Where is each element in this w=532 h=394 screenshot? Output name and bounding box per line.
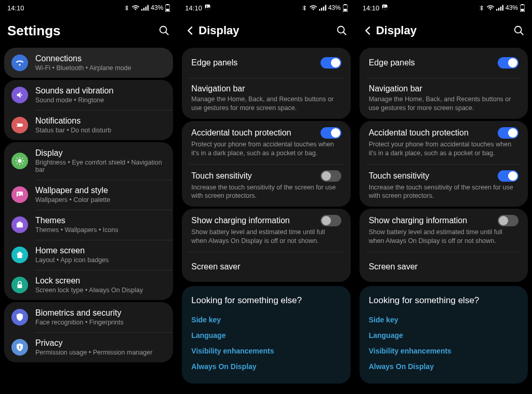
row-sub: Manage the Home, Back, and Recents butto… [191,95,341,113]
row-label: Wallpaper and style [35,186,166,195]
svg-rect-39 [496,9,497,10]
signal-icon [141,5,149,11]
settings-group: DisplayBrightness • Eye comfort shield •… [4,142,173,300]
toggle-switch[interactable] [498,170,518,182]
settings-row-display[interactable]: DisplayBrightness • Eye comfort shield •… [4,142,173,180]
battery-icon [165,4,170,12]
signal-icon [496,5,503,11]
lookfor-title: Looking for something else? [369,295,518,306]
toggle-switch[interactable] [321,57,341,69]
lookfor-link[interactable]: Always On Display [369,359,518,374]
row-screen-saver[interactable]: Screen saver [360,252,528,282]
row-accidental-touch[interactable]: Accidental touch protectionProtect your … [182,121,350,164]
row-label: Home screen [35,246,166,255]
svg-rect-22 [18,222,21,223]
row-icon [11,339,28,356]
toggle-switch[interactable] [498,57,518,69]
svg-rect-23 [18,284,22,289]
row-label: Navigation bar [369,84,518,93]
settings-row-biometrics-and-security[interactable]: Biometrics and securityFace recognition … [4,302,173,332]
wifi-icon [487,4,494,11]
svg-point-46 [515,26,522,33]
row-label: Biometrics and security [35,308,166,318]
toggle-switch[interactable] [321,127,341,139]
phone-display-1: 14:10 43%DisplayEdge panelsNavigation ba… [177,0,354,394]
settings-row-privacy[interactable]: PrivacyPermission usage • Permission man… [4,332,173,362]
svg-rect-30 [323,7,324,11]
row-screen-saver[interactable]: Screen saver [182,252,350,282]
settings-row-sounds-and-vibration[interactable]: Sounds and vibrationSound mode • Rington… [4,80,173,110]
row-accidental-touch[interactable]: Accidental touch protectionProtect your … [360,121,528,164]
row-sub: Layout • App icon badges [35,256,166,264]
row-icon [11,186,28,203]
clock: 14:10 [363,4,380,12]
row-touch-sensitivity[interactable]: Touch sensitivityIncrease the touch sens… [360,164,528,207]
row-icon [11,216,28,233]
row-navigation-bar[interactable]: Navigation barManage the Home, Back, and… [360,78,528,119]
battery-icon [343,4,348,12]
search-icon[interactable] [512,25,525,36]
svg-rect-41 [500,7,501,11]
row-edge-panels[interactable]: Edge panels [182,48,350,78]
settings-row-connections[interactable]: ConnectionsWi-Fi • Bluetooth • Airplane … [4,48,173,78]
lookfor-link[interactable]: Side key [191,312,341,328]
svg-rect-1 [143,8,144,10]
row-sub: Manage the Home, Back, and Recents butto… [369,95,518,113]
row-label: Sounds and vibration [35,86,166,96]
row-edge-panels[interactable]: Edge panels [360,48,528,78]
back-icon[interactable] [363,25,376,36]
row-label: Screen saver [369,262,518,271]
svg-point-38 [383,6,384,7]
header: Settings [0,16,177,46]
row-icon [11,55,28,71]
lookfor-link[interactable]: Language [191,328,341,343]
row-label: Edge panels [191,58,320,67]
settings-row-home-screen[interactable]: Home screenLayout • App icon badges [4,240,173,270]
lookfor-link[interactable]: Always On Display [191,359,341,374]
display-group-2: Accidental touch protectionProtect your … [360,121,528,207]
row-charging-info[interactable]: Show charging informationShow battery le… [360,209,528,252]
back-icon[interactable] [185,25,198,36]
row-label: Lock screen [35,276,166,286]
lookfor-link[interactable]: Language [369,328,518,343]
lookfor-link[interactable]: Visibility enhancements [191,343,341,359]
settings-row-wallpaper-and-style[interactable]: Wallpaper and styleWallpapers • Color pa… [4,180,173,210]
search-icon[interactable] [335,25,348,36]
toggle-switch[interactable] [498,215,518,226]
row-sub: Face recognition • Fingerprints [35,319,166,326]
search-icon[interactable] [157,25,170,36]
row-icon [11,87,28,103]
lookfor-link[interactable]: Visibility enhancements [369,343,518,359]
svg-line-17 [17,164,18,165]
row-label: Edge panels [369,58,498,67]
header: Display [355,16,532,46]
row-label: Connections [35,54,166,63]
settings-row-lock-screen[interactable]: Lock screenScreen lock type • Always On … [4,270,173,300]
row-touch-sensitivity[interactable]: Touch sensitivityIncrease the touch sens… [182,164,350,207]
row-label: Show charging information [191,216,320,225]
toggle-switch[interactable] [498,127,518,139]
toggle-switch[interactable] [321,215,341,226]
gallery-icon [381,4,388,10]
page-title: Display [376,24,512,37]
svg-rect-40 [498,8,499,10]
row-sub: Permission usage • Permission manager [35,349,166,356]
row-navigation-bar[interactable]: Navigation barManage the Home, Back, and… [182,78,350,119]
svg-line-18 [22,158,23,159]
row-label: Show charging information [369,216,498,225]
settings-row-themes[interactable]: ThemesThemes • Wallpapers • Icons [4,210,173,240]
settings-row-notifications[interactable]: NotificationsStatus bar • Do not disturb [4,110,173,140]
row-sub: Themes • Wallpapers • Icons [35,226,166,234]
toggle-switch[interactable] [321,170,341,182]
row-icon [11,117,28,133]
battery-icon [520,4,525,12]
svg-line-16 [22,164,23,165]
row-label: Privacy [35,338,166,348]
svg-line-36 [343,32,346,35]
lookfor-link[interactable]: Side key [369,312,518,328]
svg-rect-2 [145,7,147,11]
phone-settings: 14:10 43% Settings ConnectionsWi-Fi • Bl… [0,0,177,394]
row-charging-info[interactable]: Show charging informationShow battery le… [182,209,350,252]
wifi-icon [310,4,317,11]
looking-for-block: Looking for something else?Side keyLangu… [182,286,350,384]
